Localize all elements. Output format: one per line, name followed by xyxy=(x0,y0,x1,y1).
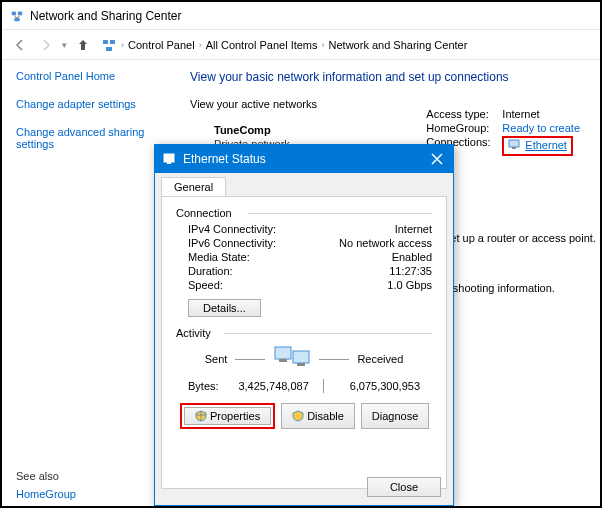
svg-rect-2 xyxy=(14,17,19,21)
access-type-value: Internet xyxy=(502,108,539,120)
details-button[interactable]: Details... xyxy=(188,299,261,317)
window-titlebar: Network and Sharing Center xyxy=(2,2,600,30)
up-button[interactable] xyxy=(71,33,95,57)
chevron-right-icon: › xyxy=(322,40,325,50)
ethernet-icon xyxy=(163,152,177,166)
bytes-sent-value: 3,425,748,087 xyxy=(219,380,317,392)
window-title: Network and Sharing Center xyxy=(30,9,181,23)
bytes-row: Bytes: 3,425,748,087 6,075,300,953 xyxy=(176,379,420,393)
see-also-label: See also xyxy=(16,470,59,482)
homegroup-label: HomeGroup: xyxy=(426,122,502,134)
dialog-action-buttons: Properties Disable Diagnose xyxy=(180,403,432,429)
breadcrumb-network-center[interactable]: Network and Sharing Center xyxy=(329,39,468,51)
computer-icon xyxy=(273,345,311,373)
router-hint-text: or set up a router or access point. xyxy=(432,232,596,244)
back-button[interactable] xyxy=(8,33,32,57)
network-icon xyxy=(10,9,24,23)
svg-rect-0 xyxy=(12,11,16,15)
svg-rect-7 xyxy=(512,147,516,149)
homegroup-value[interactable]: Ready to create xyxy=(502,122,580,134)
diagnose-button[interactable]: Diagnose xyxy=(361,403,429,429)
navigation-bar: ▾ › Control Panel › All Control Panel It… xyxy=(2,30,600,60)
access-type-label: Access type: xyxy=(426,108,502,120)
shield-icon xyxy=(292,410,304,422)
ipv4-value: Internet xyxy=(395,223,432,235)
svg-rect-1 xyxy=(18,11,22,15)
properties-button-highlight: Properties xyxy=(180,403,275,429)
chevron-right-icon: › xyxy=(121,40,124,50)
svg-rect-4 xyxy=(110,40,115,44)
svg-rect-8 xyxy=(164,154,174,162)
network-center-icon xyxy=(101,37,117,53)
breadcrumb-control-panel[interactable]: Control Panel xyxy=(128,39,195,51)
duration-value: 11:27:35 xyxy=(389,265,432,277)
duration-label: Duration: xyxy=(188,265,233,277)
ipv4-label: IPv4 Connectivity: xyxy=(188,223,276,235)
ethernet-status-dialog: Ethernet Status General Connection IPv4 … xyxy=(154,144,454,506)
page-heading: View your basic network information and … xyxy=(190,70,582,84)
activity-diagram: Sent Received xyxy=(176,345,432,373)
disable-button[interactable]: Disable xyxy=(281,403,355,429)
svg-rect-5 xyxy=(106,47,112,51)
sent-label: Sent xyxy=(205,353,228,365)
svg-rect-3 xyxy=(103,40,108,44)
bytes-label: Bytes: xyxy=(188,380,219,392)
activity-line-left xyxy=(235,359,265,360)
properties-button-label: Properties xyxy=(210,410,260,422)
sidebar: Control Panel Home Change adapter settin… xyxy=(2,60,172,506)
bytes-received-value: 6,075,300,953 xyxy=(330,380,420,392)
close-button[interactable]: Close xyxy=(367,477,441,497)
forward-button[interactable] xyxy=(34,33,58,57)
ethernet-connection-link[interactable]: Ethernet xyxy=(508,139,567,151)
speed-value: 1.0 Gbps xyxy=(387,279,432,291)
ethernet-link-highlight: Ethernet xyxy=(502,136,573,156)
dialog-body: Connection IPv4 Connectivity:Internet IP… xyxy=(161,196,447,489)
tab-general[interactable]: General xyxy=(161,177,226,196)
svg-rect-13 xyxy=(297,363,305,366)
svg-rect-6 xyxy=(509,140,519,147)
speed-label: Speed: xyxy=(188,279,223,291)
svg-rect-11 xyxy=(293,351,309,363)
history-chevron-icon[interactable]: ▾ xyxy=(60,40,69,50)
dialog-tabs: General xyxy=(155,173,453,196)
sidebar-change-adapter[interactable]: Change adapter settings xyxy=(16,98,158,110)
svg-rect-9 xyxy=(167,162,171,164)
activity-section-label: Activity xyxy=(176,327,432,339)
properties-button[interactable]: Properties xyxy=(184,407,271,425)
ethernet-link-text: Ethernet xyxy=(525,139,567,151)
chevron-right-icon: › xyxy=(199,40,202,50)
shield-icon xyxy=(195,410,207,422)
sidebar-homegroup-link[interactable]: HomeGroup xyxy=(16,488,76,500)
dialog-titlebar[interactable]: Ethernet Status xyxy=(155,145,453,173)
bytes-divider xyxy=(323,379,324,393)
ethernet-icon xyxy=(508,139,522,151)
disable-button-label: Disable xyxy=(307,410,344,422)
breadcrumb-all-items[interactable]: All Control Panel Items xyxy=(206,39,318,51)
dialog-title: Ethernet Status xyxy=(183,152,266,166)
breadcrumb: › Control Panel › All Control Panel Item… xyxy=(101,37,467,53)
close-icon[interactable] xyxy=(429,151,445,167)
ipv6-label: IPv6 Connectivity: xyxy=(188,237,276,249)
connection-section-label: Connection xyxy=(176,207,432,219)
activity-line-right xyxy=(319,359,349,360)
sidebar-change-sharing[interactable]: Change advanced sharing settings xyxy=(16,126,158,150)
received-label: Received xyxy=(357,353,403,365)
svg-rect-10 xyxy=(275,347,291,359)
ipv6-value: No network access xyxy=(339,237,432,249)
media-state-value: Enabled xyxy=(392,251,432,263)
sidebar-control-panel-home[interactable]: Control Panel Home xyxy=(16,70,158,82)
svg-rect-12 xyxy=(279,359,287,362)
media-state-label: Media State: xyxy=(188,251,250,263)
